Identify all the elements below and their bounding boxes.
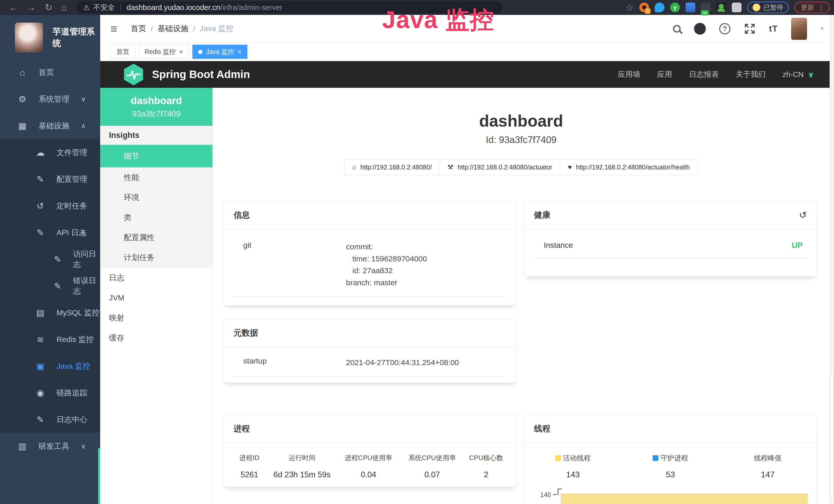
sba-menu-jvm[interactable]: JVM (100, 288, 213, 308)
avatar-caret-icon[interactable]: ▾ (820, 25, 824, 32)
sidebar-item-files[interactable]: ☁ 文件管理 (0, 139, 100, 166)
sidebar-item-api-log[interactable]: ✎ API 日志 ∧ (0, 219, 100, 246)
sba-menu-caches[interactable]: 缓存 (100, 328, 213, 348)
legend-swatch-yellow (555, 455, 561, 461)
sba-menu-scheduled-tasks[interactable]: 计划任务 (100, 248, 213, 268)
extension-icon-pin[interactable] (655, 3, 664, 12)
security-label[interactable]: 不安全 (93, 3, 115, 12)
sba-instance-sidebar: dashboard 93a3fc7f7409 Insights 细节 性能 环境… (100, 88, 213, 504)
main-content: dashboard Id: 93a3fc7f7409 ⌂ http://192.… (213, 88, 830, 504)
history-icon: ↺ (35, 201, 46, 211)
profile-paused-chip[interactable]: 已暂停 (747, 2, 789, 13)
sba-nav-wallboard[interactable]: 应用墙 (618, 69, 640, 79)
breadcrumb-home[interactable]: 首页 (131, 23, 146, 34)
sidebar-collapse-icon[interactable]: ≡ (110, 22, 117, 36)
tab-home[interactable]: 首页 (110, 45, 135, 59)
forward-icon[interactable]: → (27, 2, 36, 13)
sidebar-item-redis[interactable]: ≋ Redis 监控 (0, 326, 100, 353)
search-icon[interactable] (673, 25, 681, 32)
reload-icon[interactable]: ↻ (45, 2, 52, 13)
fullscreen-icon[interactable] (744, 23, 756, 35)
instance-header[interactable]: dashboard 93a3fc7f7409 (100, 88, 213, 126)
tab-redis-monitor[interactable]: Redis 监控 × (139, 45, 189, 59)
chrome-update-button[interactable]: 更新 ⋮ (794, 2, 830, 13)
tab-java-monitor[interactable]: Java 监控 × (192, 45, 247, 59)
sba-nav-applications[interactable]: 应用 (657, 69, 672, 79)
history-icon[interactable]: ↺ (799, 210, 807, 221)
sidebar-item-log-center[interactable]: ✎ 日志中心 (0, 406, 100, 433)
home-icon: ⌂ (352, 163, 356, 171)
extension-icon-person[interactable] (716, 3, 726, 12)
sidebar-item-java[interactable]: ▣ Java 监控 (0, 353, 100, 380)
chevron-down-icon: ∨ (81, 95, 86, 103)
extension-icon-orange[interactable]: 1 (639, 3, 649, 12)
user-avatar[interactable] (791, 18, 807, 40)
sidebar-item-access-log[interactable]: ✎ 访问日志 (0, 246, 100, 273)
sba-language-select[interactable]: zh-CN ∨ (782, 70, 814, 79)
health-url-button[interactable]: ♥ http://192.168.0.2:48080/actuator/heal… (560, 159, 698, 175)
service-url-button[interactable]: ⌂ http://192.168.0.2:48080/ (344, 159, 440, 175)
extension-icon-switch[interactable]: on (701, 3, 711, 12)
url-path[interactable]: /infra/admin-server (220, 3, 282, 12)
sba-nav-journal[interactable]: 日志报表 (689, 69, 719, 79)
wrench-icon: ⚒ (447, 163, 453, 171)
eye-icon: ◉ (35, 388, 46, 398)
git-label: git (243, 241, 346, 289)
sba-menu-classes[interactable]: 类 (100, 207, 213, 228)
database-icon: ▤ (35, 307, 46, 318)
browser-menu-icon[interactable]: ⋮ (818, 3, 825, 12)
page-scrollbar[interactable] (830, 15, 834, 504)
extension-icon-green[interactable]: y (670, 3, 680, 12)
sba-menu-mappings[interactable]: 映射 (100, 308, 213, 328)
browser-home-icon[interactable]: ⌂ (61, 2, 67, 13)
close-icon[interactable]: × (179, 48, 183, 55)
sidebar-item-home[interactable]: ⌂ 首页 (0, 59, 100, 86)
sidebar-item-mysql[interactable]: ▤ MySQL 监控 (0, 299, 100, 326)
address-divider (120, 4, 121, 11)
chevron-down-icon: ∨ (81, 442, 86, 450)
threads-card-title: 线程 (534, 423, 550, 434)
sidebar-scrollbar-thumb[interactable] (98, 448, 100, 504)
warning-icon[interactable]: ⚠ (83, 3, 90, 12)
heart-pulse-icon: ♥ (568, 163, 572, 171)
redis-stack-icon: ≋ (35, 334, 46, 345)
sidebar-item-system[interactable]: ⚙ 系统管理 ∨ (0, 86, 100, 112)
extension-on-badge: on (701, 10, 709, 16)
sba-menu-environment[interactable]: 环境 (100, 187, 213, 207)
breadcrumb-infra[interactable]: 基础设施 (157, 23, 188, 34)
close-icon[interactable]: × (238, 48, 241, 55)
sba-menu-configprops[interactable]: 配置属性 (100, 228, 213, 248)
sidebar-item-dev-tools[interactable]: ▥ 研发工具 ∨ (0, 433, 100, 460)
url-host[interactable]: dashboard.yudao.iocoder.cn (127, 3, 220, 12)
tag-tab-bar: 首页 Redis 监控 × Java 监控 × (100, 43, 834, 61)
sidebar-item-infra[interactable]: ▦ 基础设施 ∧ (0, 112, 100, 139)
sba-brand-title[interactable]: Spring Boot Admin (152, 68, 250, 81)
edit-icon: ✎ (52, 281, 63, 291)
cloud-upload-icon: ☁ (35, 147, 46, 158)
sba-menu-metrics[interactable]: 性能 (100, 167, 213, 187)
actuator-url-button[interactable]: ⚒ http://192.168.0.2:48080/actuator (439, 159, 560, 175)
sidebar-item-tracing[interactable]: ◉ 链路追踪 (0, 380, 100, 406)
browser-extensions-area: ☆ 1 y on 已暂停 更新 ⋮ (626, 0, 830, 15)
scrollbar-thumb[interactable] (830, 373, 833, 501)
extensions-puzzle-icon[interactable] (732, 3, 742, 12)
bookmark-star-icon[interactable]: ☆ (626, 2, 634, 13)
github-icon[interactable] (694, 23, 706, 35)
process-card: 进程 进程ID 5261 运行时间 6d 23h 15m 59s 进程CPU使用… (223, 415, 516, 487)
breadcrumb: 首页 / 基础设施 / Java 监控 (131, 23, 234, 34)
sba-nav-about[interactable]: 关于我们 (736, 69, 765, 79)
spring-boot-admin-logo (124, 63, 143, 86)
process-col: 运行时间 6d 23h 15m 59s (267, 453, 337, 479)
extension-icon-grid[interactable] (685, 3, 695, 12)
sidebar-item-error-log[interactable]: ✎ 错误日志 (0, 273, 100, 299)
sba-menu-logs[interactable]: 日志 (100, 268, 213, 288)
sidebar-item-config[interactable]: ✎ 配置管理 (0, 166, 100, 192)
sidebar-item-jobs[interactable]: ↺ 定时任务 (0, 192, 100, 219)
insights-group: 细节 性能 环境 类 配置属性 计划任务 (100, 145, 213, 268)
help-icon[interactable]: ? (719, 23, 730, 35)
back-icon[interactable]: ← (9, 2, 18, 13)
font-size-icon[interactable]: tT (769, 24, 778, 33)
startup-value: 2021-04-27T00:44:31.254+08:00 (346, 357, 459, 369)
metadata-card-title: 元数据 (234, 327, 258, 339)
sba-menu-details[interactable]: 细节 (100, 145, 213, 167)
